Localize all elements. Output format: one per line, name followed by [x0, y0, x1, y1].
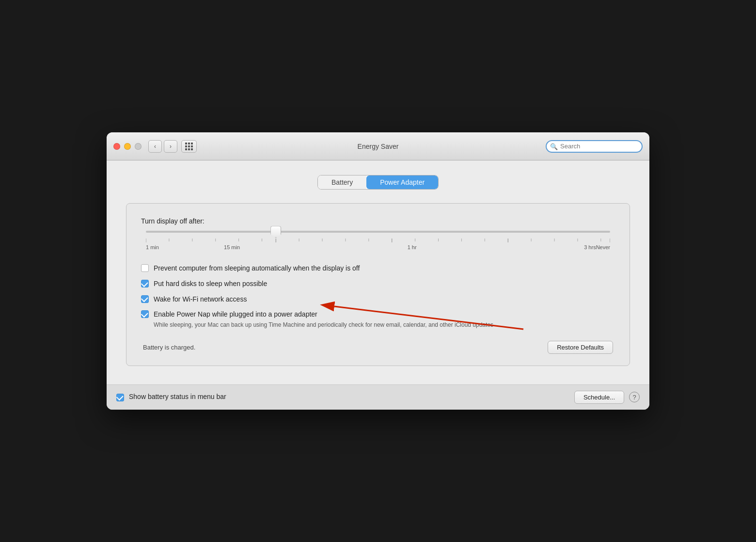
battery-row: Battery is charged. Restore Defaults: [141, 341, 615, 354]
slider-track[interactable]: [146, 231, 610, 233]
bottom-left: Show battery status in menu bar: [116, 392, 226, 402]
tab-group: Battery Power Adapter: [317, 175, 439, 190]
close-button[interactable]: [113, 143, 120, 150]
checkbox-label-power-nap: Enable Power Nap while plugged into a po…: [154, 310, 493, 329]
checkbox-row-power-nap: Enable Power Nap while plugged into a po…: [141, 310, 615, 329]
back-button[interactable]: ‹: [148, 140, 162, 153]
slider-section: Turn display off after:: [141, 217, 615, 250]
checkbox-row-wifi-wake: Wake for Wi-Fi network access: [141, 295, 615, 304]
checkbox-row-prevent-sleep: Prevent computer from sleeping automatic…: [141, 264, 615, 273]
checkbox-power-nap[interactable]: [141, 310, 149, 318]
checkbox-hard-disks[interactable]: [141, 280, 149, 287]
restore-defaults-button[interactable]: Restore Defaults: [548, 341, 613, 354]
tick-marks: [146, 239, 610, 242]
slider-label: Turn display off after:: [141, 217, 615, 225]
maximize-button[interactable]: [135, 143, 142, 150]
tab-battery[interactable]: Battery: [318, 175, 366, 189]
checkbox-label-prevent-sleep: Prevent computer from sleeping automatic…: [154, 264, 360, 273]
nav-buttons: ‹ ›: [148, 140, 197, 153]
app-window: ‹ › Energy Saver 🔍 Battery Power Adapter: [107, 132, 649, 409]
traffic-lights: [113, 143, 142, 150]
battery-status: Battery is charged.: [143, 344, 195, 351]
slider-label-1hr: 1 hr: [408, 244, 417, 250]
minimize-button[interactable]: [124, 143, 131, 150]
search-input[interactable]: [546, 140, 643, 153]
tab-power-adapter[interactable]: Power Adapter: [366, 175, 438, 189]
grid-icon: [185, 143, 193, 150]
window-title: Energy Saver: [358, 143, 399, 150]
checkbox-prevent-sleep[interactable]: [141, 264, 149, 272]
content-area: Battery Power Adapter Turn display off a…: [107, 160, 649, 384]
checkbox-label-hard-disks: Put hard disks to sleep when possible: [154, 279, 267, 289]
settings-panel: Turn display off after:: [126, 203, 630, 366]
checkbox-label-wifi-wake: Wake for Wi-Fi network access: [154, 295, 247, 304]
slider-label-15min: 15 min: [224, 244, 240, 250]
bottom-right: Schedule... ?: [574, 391, 640, 404]
slider-container: 1 min 15 min 1 hr 3 hrs Never: [141, 231, 615, 250]
settings-panel-container: Turn display off after:: [126, 203, 630, 366]
checkbox-section: Prevent computer from sleeping automatic…: [141, 264, 615, 329]
titlebar: ‹ › Energy Saver 🔍: [107, 132, 649, 160]
checkbox-show-battery-status[interactable]: [116, 394, 124, 401]
forward-button[interactable]: ›: [164, 140, 177, 153]
help-button[interactable]: ?: [629, 392, 640, 402]
checkbox-row-hard-disks: Put hard disks to sleep when possible: [141, 279, 615, 289]
slider-label-3hrs: 3 hrs: [584, 244, 596, 250]
bottom-bar: Show battery status in menu bar Schedule…: [107, 384, 649, 410]
grid-button[interactable]: [181, 140, 197, 153]
checkbox-wifi-wake[interactable]: [141, 295, 149, 303]
slider-thumb[interactable]: [270, 226, 281, 238]
schedule-button[interactable]: Schedule...: [574, 391, 624, 404]
tab-group-container: Battery Power Adapter: [126, 175, 630, 190]
slider-label-1min: 1 min: [146, 244, 159, 250]
slider-labels: 1 min 15 min 1 hr 3 hrs Never: [146, 244, 610, 250]
search-icon: 🔍: [550, 143, 558, 150]
search-box: 🔍: [546, 140, 643, 153]
slider-label-never: Never: [596, 244, 610, 250]
bottom-checkbox-label: Show battery status in menu bar: [129, 392, 226, 402]
